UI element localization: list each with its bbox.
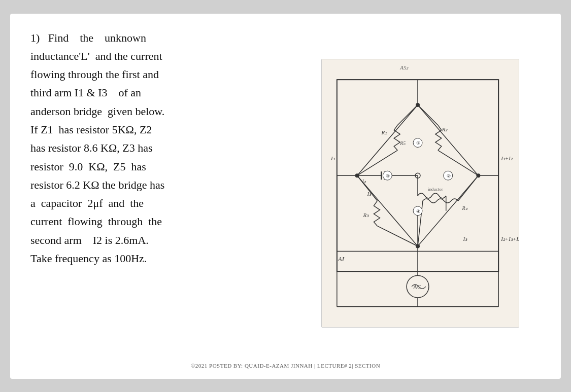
svg-point-46: [476, 173, 480, 177]
svg-text:R₄: R₄: [461, 205, 467, 210]
svg-text:②: ②: [446, 173, 450, 179]
svg-point-44: [416, 102, 420, 106]
svg-text:R5: R5: [399, 140, 406, 146]
problem-text: 1) Find the unknown inductance'L' and th…: [30, 29, 284, 268]
svg-text:AI: AI: [337, 255, 344, 263]
text-section: 1) Find the unknown inductance'L' and th…: [30, 29, 284, 358]
svg-text:③: ③: [386, 173, 390, 179]
svg-text:I₂: I₂: [361, 179, 366, 184]
main-card: 1) Find the unknown inductance'L' and th…: [10, 14, 561, 379]
svg-text:A5₂: A5₂: [399, 64, 409, 70]
svg-point-47: [416, 244, 420, 248]
svg-text:①: ①: [416, 140, 420, 146]
svg-point-45: [355, 173, 359, 177]
content-row: 1) Find the unknown inductance'L' and th…: [30, 29, 541, 358]
image-section: R₁ R5 R₂ R₃: [299, 29, 541, 358]
svg-text:I₃: I₃: [462, 236, 467, 242]
circuit-svg: R₁ R5 R₂ R₃: [322, 59, 519, 327]
circuit-diagram: R₁ R5 R₂ R₃: [321, 59, 519, 328]
svg-text:I₃: I₃: [366, 190, 372, 196]
svg-text:R₁: R₁: [381, 129, 387, 135]
svg-text:I₁+I₂: I₁+I₂: [500, 155, 513, 161]
svg-text:inductor: inductor: [427, 187, 443, 192]
footer-text: ©2021 POSTED BY: QUAID-E-AZAM JINNAH | L…: [191, 363, 380, 369]
svg-text:R₃: R₃: [362, 211, 369, 218]
footer-bar: ©2021 POSTED BY: QUAID-E-AZAM JINNAH | L…: [30, 363, 541, 369]
svg-text:I₁: I₁: [330, 155, 334, 161]
svg-text:I₂+I₃+I3: I₂+I₃+I3: [500, 236, 519, 242]
svg-text:R₂: R₂: [441, 126, 448, 132]
svg-text:④: ④: [416, 208, 420, 213]
